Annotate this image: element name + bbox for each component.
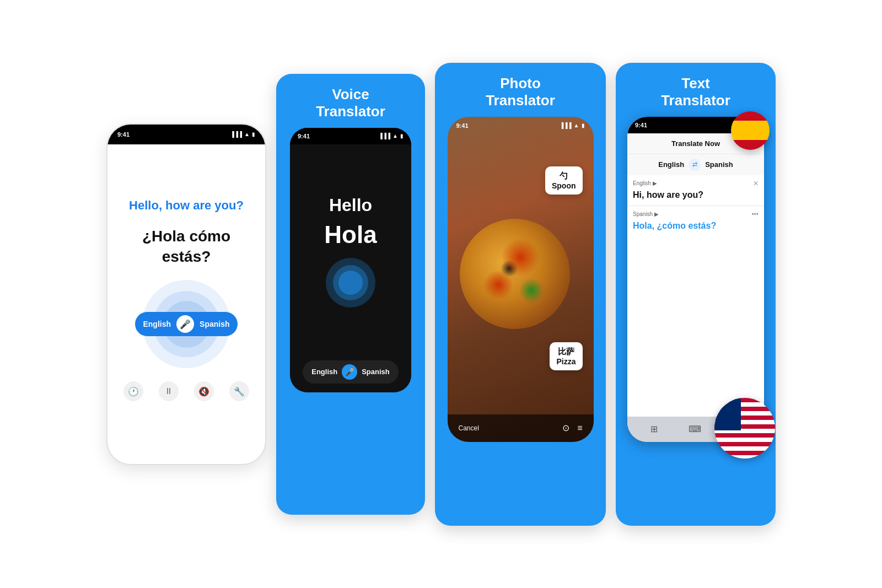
photo-translate-icon[interactable]: ⊙ — [562, 423, 569, 433]
input-text-display: Hi, how are you? — [633, 190, 759, 201]
voice-hello-word: Hello — [329, 195, 372, 215]
voice-translator-card: Voice Translator 9:41 ▐▐▐ ▲ ▮ Hello Hola — [276, 74, 425, 515]
photo-wifi-icon: ▲ — [574, 122, 579, 128]
signal-icon: ▐▐▐ — [230, 131, 242, 137]
voice-lang-right: Spanish — [362, 368, 390, 376]
phone-white: 9:41 ▐▐▐ ▲ ▮ Hello, how are you? ¿Hola c… — [106, 123, 266, 465]
voice-lang-toggle[interactable]: English 🎤 Spanish — [303, 360, 399, 384]
photo-menu-icon[interactable]: ≡ — [577, 423, 582, 433]
play-icon-output[interactable]: ▶ — [654, 211, 659, 217]
photo-bottom-bar: Cancel ⊙ ≡ — [448, 414, 594, 442]
voice-hola-word: Hola — [324, 221, 377, 249]
hello-english-text: Hello, how are you? — [129, 198, 244, 214]
spoon-english: Spoon — [552, 181, 576, 190]
bottom-controls: 🕐 ⏸ 🔇 🔧 — [123, 381, 249, 401]
voice-phone: 9:41 ▐▐▐ ▲ ▮ Hello Hola English — [290, 128, 411, 392]
phone-content: Hello, how are you? ¿Hola cómo estás? En… — [107, 144, 265, 464]
app-title-label: Translate Now — [671, 139, 720, 148]
spain-flag-inner — [731, 111, 770, 150]
input-header: English ▶ ✕ — [633, 180, 759, 187]
history-button[interactable]: 🕐 — [123, 381, 143, 401]
output-more-button[interactable]: ••• — [751, 211, 759, 218]
usa-flag-canton — [714, 398, 741, 430]
text-card-title: Text Translator — [650, 63, 741, 117]
voice-lang-left: English — [311, 368, 337, 376]
spoon-label-tag: 勺 Spoon — [545, 166, 583, 195]
mute-button[interactable]: 🔇 — [194, 381, 214, 401]
voice-bottom-bar: English 🎤 Spanish — [290, 355, 411, 392]
wifi-icon: ▲ — [244, 131, 250, 137]
voice-status-bar: 9:41 ▐▐▐ ▲ ▮ — [290, 128, 411, 144]
usa-flag-stripes — [714, 398, 775, 458]
photo-status-icons: ▐▐▐ ▲ ▮ — [560, 122, 584, 128]
language-toggle[interactable]: English 🎤 Spanish — [135, 312, 237, 336]
spain-flag — [731, 111, 770, 150]
play-icon-input[interactable]: ▶ — [653, 180, 657, 186]
battery-icon: ▮ — [252, 131, 255, 137]
output-text-display: Hola, ¿cómo estás? — [633, 220, 759, 232]
clipboard-icon[interactable]: ⊞ — [650, 424, 658, 434]
status-bar-white: 9:41 ▐▐▐ ▲ ▮ — [107, 125, 265, 144]
usa-flag — [714, 398, 775, 458]
text-output-area: Spanish ▶ ••• Hola, ¿cómo estás? — [627, 206, 764, 417]
voice-phone-content: Hello Hola — [290, 144, 411, 355]
pause-button[interactable]: ⏸ — [159, 381, 179, 401]
tab-spanish[interactable]: Spanish — [705, 160, 733, 169]
keyboard-icon[interactable]: ⌨ — [689, 424, 701, 434]
photo-action-icons: ⊙ ≡ — [562, 423, 582, 433]
photo-status-bar: 9:41 ▐▐▐ ▲ ▮ — [448, 117, 594, 134]
mic-area: English 🎤 Spanish — [142, 280, 230, 368]
status-time-white: 9:41 — [117, 131, 130, 138]
photo-phone-wrapper: 9:41 ▐▐▐ ▲ ▮ 勺 Spoon 比萨 Pizza Cancel — [448, 117, 594, 442]
app-container: 9:41 ▐▐▐ ▲ ▮ Hello, how are you? ¿Hola c… — [0, 0, 882, 588]
text-time: 9:41 — [635, 122, 647, 128]
photo-translator-card: Photo Translator 9:41 ▐▐▐ ▲ ▮ 勺 — [435, 63, 606, 526]
text-translator-card: Text Translator 9:41 ▐▐▐ ▲ ▮ Translate N… — [616, 63, 776, 526]
tab-english[interactable]: English — [658, 160, 684, 169]
photo-card-title: Photo Translator — [475, 63, 566, 117]
swap-languages-button[interactable]: ⇄ — [689, 159, 701, 171]
pizza-image — [460, 219, 581, 340]
photo-time: 9:41 — [456, 122, 469, 129]
voice-time: 9:41 — [298, 133, 310, 139]
clear-input-button[interactable]: ✕ — [753, 180, 759, 187]
hola-spanish-text: ¿Hola cómo estás? — [119, 226, 254, 267]
settings-button[interactable]: 🔧 — [229, 381, 249, 401]
voice-pulse-area — [290, 254, 411, 304]
spoon-chinese: 勺 — [552, 171, 576, 181]
output-header: Spanish ▶ ••• — [633, 211, 759, 218]
pizza-chinese: 比萨 — [556, 347, 576, 357]
text-input-area: English ▶ ✕ Hi, how are you? — [627, 175, 764, 206]
pizza-toppings — [460, 219, 570, 329]
voice-mic-button[interactable]: 🎤 — [342, 364, 357, 380]
pizza-english: Pizza — [556, 357, 576, 366]
cancel-button-photo[interactable]: Cancel — [459, 424, 479, 432]
voice-wifi-icon: ▲ — [392, 133, 398, 139]
output-lang-chip: Spanish ▶ — [633, 211, 659, 217]
voice-signal-icon: ▐▐▐ — [379, 133, 390, 139]
status-icons-white: ▐▐▐ ▲ ▮ — [230, 131, 255, 137]
voice-battery-icon: ▮ — [400, 133, 404, 139]
voice-status-icons: ▐▐▐ ▲ ▮ — [379, 133, 404, 139]
voice-card-title: Voice Translator — [305, 74, 396, 128]
photo-battery-icon: ▮ — [582, 122, 585, 128]
mic-button[interactable]: 🎤 — [176, 315, 194, 333]
language-tabs: English ⇄ Spanish — [627, 154, 764, 175]
lang-right-label: Spanish — [200, 320, 229, 328]
text-phone: 9:41 ▐▐▐ ▲ ▮ Translate Now English ⇄ Spa… — [627, 117, 764, 442]
pizza-label-tag: 比萨 Pizza — [550, 342, 582, 370]
photo-signal-icon: ▐▐▐ — [560, 122, 571, 128]
lang-left-label: English — [143, 320, 171, 328]
text-phone-wrapper: 9:41 ▐▐▐ ▲ ▮ Translate Now English ⇄ Spa… — [627, 117, 764, 442]
input-lang-chip: English ▶ — [633, 180, 657, 186]
